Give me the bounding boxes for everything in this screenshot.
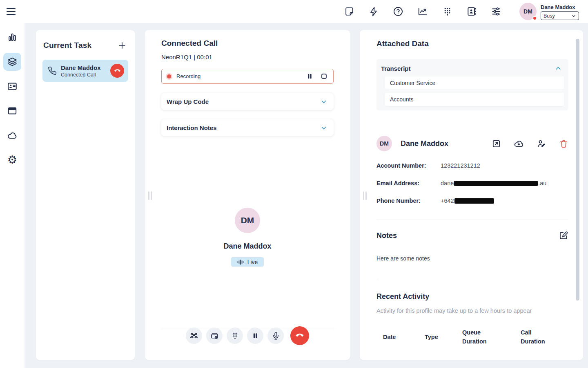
pause-icon bbox=[251, 332, 259, 340]
field-label: Account Number: bbox=[376, 162, 441, 169]
contacts-icon[interactable] bbox=[466, 6, 477, 17]
topbar-icon-group bbox=[344, 6, 501, 17]
transcript-item[interactable]: Customer Service bbox=[385, 76, 564, 90]
current-task-title: Current Task bbox=[43, 41, 91, 50]
delete-contact-button[interactable] bbox=[559, 139, 568, 148]
status-select[interactable]: Busy bbox=[541, 11, 579, 20]
sidebar-item-cloud[interactable] bbox=[3, 126, 21, 144]
avatar: DM bbox=[376, 136, 392, 151]
end-call-button[interactable] bbox=[290, 326, 309, 345]
lightning-icon[interactable] bbox=[368, 6, 379, 17]
call-contact-block: DM Dane Maddox Live bbox=[145, 208, 350, 267]
field-label: Phone Number: bbox=[376, 197, 441, 204]
transfer-button[interactable] bbox=[186, 328, 202, 344]
accordion-label: Wrap Up Code bbox=[167, 98, 209, 105]
divider bbox=[376, 279, 568, 279]
redaction-bar bbox=[454, 181, 538, 186]
chevron-down-icon bbox=[571, 13, 576, 18]
phone-prefix: +642 bbox=[441, 197, 454, 204]
waveform-icon bbox=[237, 259, 244, 265]
avatar-initials: DM bbox=[241, 215, 254, 225]
status-dot bbox=[532, 16, 537, 20]
sidebar-item-contacts[interactable] bbox=[3, 77, 21, 95]
redaction-bar bbox=[454, 198, 494, 204]
preferences-icon[interactable] bbox=[491, 6, 501, 17]
hold-button[interactable] bbox=[247, 328, 263, 344]
column-header: Call Duration bbox=[521, 328, 554, 346]
edit-icon bbox=[559, 231, 568, 240]
chevron-up-icon bbox=[554, 64, 562, 72]
transcript-item[interactable]: Accounts bbox=[385, 93, 564, 106]
connected-call-panel: Connected Call NeonR1Q1 | 00:01 Recordin… bbox=[145, 30, 350, 360]
help-icon[interactable] bbox=[393, 6, 403, 17]
cloud-icon bbox=[7, 130, 18, 141]
interaction-notes-accordion[interactable]: Interaction Notes bbox=[161, 119, 334, 136]
task-type-label: Connected Call bbox=[61, 72, 110, 78]
user-name: Dane Maddox bbox=[541, 4, 579, 10]
email-prefix: dane bbox=[441, 180, 454, 186]
recent-activity-title: Recent Activity bbox=[376, 292, 568, 301]
dialpad-icon[interactable] bbox=[442, 6, 452, 17]
task-contact-name: Dane Maddox bbox=[61, 64, 110, 71]
recent-activity-table-header: Date Type Queue Duration Call Duration bbox=[376, 328, 568, 346]
menu-icon[interactable] bbox=[7, 5, 19, 18]
top-bar: DM Dane Maddox Busy bbox=[0, 0, 588, 23]
bar-chart-icon bbox=[7, 32, 18, 43]
sidebar-item-analytics[interactable] bbox=[3, 28, 21, 46]
voicemail-button[interactable] bbox=[206, 328, 223, 344]
sidebar-item-tasks[interactable] bbox=[3, 53, 21, 71]
recording-label: Recording bbox=[176, 73, 305, 79]
sidebar-item-settings[interactable]: ⚙ bbox=[3, 151, 21, 169]
attached-data-panel: Attached Data Transcript Customer Servic… bbox=[360, 30, 583, 360]
window-icon bbox=[7, 105, 18, 116]
chevron-down-icon bbox=[320, 98, 328, 106]
phone-value: +642 bbox=[441, 197, 494, 204]
mute-button[interactable] bbox=[267, 328, 284, 344]
pause-icon bbox=[305, 72, 314, 81]
note-icon[interactable] bbox=[344, 6, 354, 17]
divider bbox=[376, 220, 568, 220]
accordion-label: Interaction Notes bbox=[167, 124, 217, 131]
open-in-new-button[interactable] bbox=[492, 139, 501, 148]
voicemail-icon bbox=[210, 331, 219, 341]
chevron-down-icon bbox=[320, 124, 328, 132]
account-number-value: 123221231212 bbox=[441, 162, 480, 169]
column-header: Date bbox=[383, 332, 425, 341]
edit-contact-button[interactable] bbox=[537, 139, 546, 148]
phone-down-icon bbox=[114, 67, 121, 75]
transcript-title: Transcript bbox=[381, 65, 411, 72]
avatar-initials: DM bbox=[523, 8, 532, 15]
attached-data-title: Attached Data bbox=[376, 39, 568, 48]
avatar: DM bbox=[235, 208, 260, 233]
scrollbar[interactable] bbox=[576, 39, 579, 301]
id-card-icon bbox=[7, 81, 18, 92]
analytics-icon[interactable] bbox=[417, 6, 428, 17]
contact-field-row: Phone Number: +642 bbox=[376, 197, 568, 204]
add-task-button[interactable] bbox=[117, 40, 127, 51]
column-header: Type bbox=[425, 332, 462, 341]
end-call-button[interactable] bbox=[110, 64, 124, 78]
task-list-item[interactable]: Dane Maddox Connected Call bbox=[42, 60, 128, 82]
sidebar-item-windows[interactable] bbox=[3, 102, 21, 120]
panel-resize-handle[interactable] bbox=[148, 191, 152, 200]
open-in-new-icon bbox=[492, 139, 501, 148]
settings-gear-icon: ⚙ bbox=[7, 155, 17, 166]
contact-field-row: Account Number: 123221231212 bbox=[376, 162, 568, 169]
wrap-up-code-accordion[interactable]: Wrap Up Code bbox=[161, 93, 334, 110]
download-contact-button[interactable] bbox=[514, 139, 524, 149]
download-cloud-icon bbox=[514, 139, 524, 149]
recording-dot-icon bbox=[167, 74, 171, 79]
current-task-panel: Current Task Dane Maddox Connected Call bbox=[36, 30, 135, 360]
notes-content: Here are some notes bbox=[376, 255, 568, 262]
edit-notes-button[interactable] bbox=[559, 231, 568, 240]
avatar-initials: DM bbox=[380, 140, 389, 147]
transfer-icon bbox=[189, 331, 198, 340]
dialpad-button[interactable] bbox=[227, 328, 243, 344]
avatar[interactable]: DM bbox=[519, 3, 537, 20]
pause-recording-button[interactable] bbox=[305, 72, 314, 81]
stop-recording-button[interactable] bbox=[320, 72, 328, 81]
delete-icon bbox=[559, 139, 568, 148]
collapse-transcript-button[interactable] bbox=[553, 63, 563, 73]
panel-resize-handle[interactable] bbox=[363, 191, 367, 200]
transcript-section: Transcript Customer Service Accounts bbox=[376, 59, 568, 110]
